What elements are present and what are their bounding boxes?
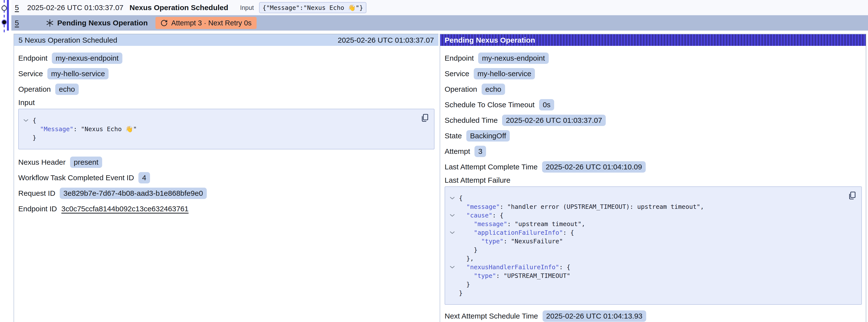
- field-value: my-hello-service: [48, 68, 108, 79]
- field-operation: Operationecho: [444, 82, 862, 97]
- json-line: "nexusHandlerFailureInfo": {: [448, 263, 846, 271]
- panel-body: Endpointmy-nexus-endpointServicemy-hello…: [14, 46, 438, 217]
- json-line: "applicationFailureInfo": {: [448, 228, 846, 237]
- copy-icon: [847, 191, 857, 201]
- field-label: Nexus Header: [18, 158, 66, 166]
- json-line: "message": "handler error (UPSTREAM_TIME…: [448, 202, 846, 211]
- json-line-text: "cause": {: [459, 212, 503, 219]
- field-request-id: Request ID3e829b7e-7d67-4b08-aad3-b1e868…: [18, 185, 434, 201]
- field-endpoint: Endpointmy-nexus-endpoint: [444, 50, 862, 66]
- field-value: 3e829b7e-7d67-4b08-aad3-b1e868bfe9e0: [60, 188, 207, 199]
- field-list-bottom: Nexus HeaderpresentWorkflow Task Complet…: [18, 154, 434, 217]
- timeline-marker-current-icon: [1, 20, 7, 25]
- field-value: my-nexus-endpoint: [52, 53, 122, 64]
- field-workflow-task-completed-event-id: Workflow Task Completed Event ID4: [18, 170, 434, 185]
- retry-icon: [160, 19, 168, 27]
- json-line: "cause": {: [448, 211, 846, 220]
- event-row-scheduled[interactable]: 5 2025-02-26 UTC 01:03:37.07 Nexus Opera…: [11, 0, 868, 15]
- collapse-chevron-icon[interactable]: [22, 119, 33, 122]
- field-label: Endpoint: [18, 54, 48, 62]
- json-lines: { "message": "handler error (UPSTREAM_TI…: [448, 194, 846, 297]
- json-line-text: "nexusHandlerFailureInfo": {: [459, 264, 570, 271]
- json-line: }: [448, 289, 846, 297]
- copy-button[interactable]: [847, 191, 857, 201]
- field-nexus-header: Nexus Headerpresent: [18, 154, 434, 170]
- panel-body: Endpointmy-nexus-endpointServicemy-hello…: [440, 46, 866, 322]
- input-json-viewer: { "Message": "Nexus Echo 👋"}: [18, 109, 434, 150]
- retry-badge: Attempt 3 · Next Retry 0s: [155, 17, 257, 29]
- field-value: BackingOff: [466, 130, 510, 141]
- panel-title: Pending Nexus Operation: [444, 36, 535, 44]
- field-service: Servicemy-hello-service: [18, 66, 434, 82]
- json-line: },: [448, 254, 846, 263]
- field-label: State: [444, 132, 462, 140]
- json-line-text: "applicationFailureInfo": {: [459, 229, 574, 236]
- collapse-chevron-icon[interactable]: [448, 214, 459, 217]
- collapse-chevron-icon[interactable]: [448, 231, 459, 234]
- selected-event-indicator-bar: [7, 0, 9, 31]
- field-label: Request ID: [18, 189, 55, 197]
- panel-timestamp: 2025-02-26 UTC 01:03:37.07: [338, 36, 434, 44]
- event-input-label: Input: [240, 4, 254, 11]
- field-state: StateBackingOff: [444, 128, 862, 143]
- collapse-chevron-icon[interactable]: [448, 266, 459, 269]
- json-line: {: [448, 194, 846, 202]
- json-line-text: }: [459, 281, 470, 288]
- event-title: Pending Nexus Operation: [57, 19, 148, 27]
- field-list-bottom: Next Attempt Schedule Time2025-02-26 UTC…: [444, 308, 862, 322]
- input-preview-chip: {"Message":"Nexus Echo 👋"}: [259, 2, 366, 13]
- field-label: Attempt: [444, 147, 470, 156]
- field-value: 0s: [539, 99, 554, 110]
- field-label: Schedule To Close Timeout: [444, 101, 535, 109]
- event-id-link[interactable]: 5: [15, 3, 19, 12]
- field-value: 2025-02-26 UTC 01:03:37.07: [502, 115, 606, 126]
- field-label: Next Attempt Schedule Time: [444, 312, 538, 320]
- field-value: 3: [474, 146, 486, 157]
- field-value: 2025-02-26 UTC 01:04:10.09: [542, 161, 646, 172]
- panel-header-scheduled: 5 Nexus Operation Scheduled 2025-02-26 U…: [14, 34, 438, 46]
- field-endpoint-id: Endpoint ID3c0c75ccfa8144b092c13ce632463…: [18, 201, 434, 217]
- field-attempt: Attempt3: [444, 143, 862, 159]
- event-id-link[interactable]: 5: [15, 19, 19, 27]
- field-value-link[interactable]: 3c0c75ccfa8144b092c13ce632463761: [61, 205, 188, 213]
- workflow-history-screen: 5 2025-02-26 UTC 01:03:37.07 Nexus Opera…: [0, 0, 868, 322]
- json-line-text: {: [459, 195, 463, 202]
- field-value: 4: [138, 172, 150, 184]
- field-value: echo: [482, 84, 505, 95]
- collapse-chevron-icon[interactable]: [448, 197, 459, 200]
- json-line: "type": "NexusFailure": [448, 237, 846, 246]
- json-line-text: }: [33, 134, 36, 141]
- timeline-dashed-line: [4, 0, 5, 34]
- field-value: 2025-02-26 UTC 01:04:13.93: [542, 311, 646, 322]
- failure-section-label: Last Attempt Failure: [444, 174, 862, 186]
- field-value: present: [70, 157, 102, 168]
- event-time: 2025-02-26 UTC 01:03:37.07: [27, 3, 123, 12]
- field-label: Endpoint ID: [18, 205, 57, 213]
- field-label: Service: [444, 69, 469, 78]
- json-line: "message": "upstream timeout",: [448, 220, 846, 228]
- event-title: Nexus Operation Scheduled: [129, 3, 228, 12]
- json-line: {: [22, 116, 419, 125]
- json-line: "Message": "Nexus Echo 👋": [22, 125, 419, 133]
- json-line-text: "message": "handler error (UPSTREAM_TIME…: [459, 203, 704, 210]
- failure-json-viewer: { "message": "handler error (UPSTREAM_TI…: [444, 186, 862, 305]
- json-line-text: "type": "UPSTREAM_TIMEOUT": [459, 272, 570, 279]
- json-line-text: },: [459, 255, 474, 262]
- json-lines: { "Message": "Nexus Echo 👋"}: [22, 116, 419, 142]
- field-label: Service: [18, 69, 43, 78]
- json-line-text: "message": "upstream timeout",: [459, 220, 585, 228]
- json-line-text: "Message": "Nexus Echo 👋": [33, 126, 137, 133]
- field-label: Scheduled Time: [444, 116, 498, 125]
- json-line: }: [448, 246, 846, 254]
- pending-star-icon: [45, 19, 54, 27]
- json-line-text: {: [33, 117, 36, 124]
- field-label: Workflow Task Completed Event ID: [18, 173, 134, 182]
- event-row-pending[interactable]: 5 Pending Nexus Operation Attempt 3 · Ne…: [11, 15, 868, 31]
- copy-button[interactable]: [420, 113, 430, 123]
- json-line-text: }: [459, 246, 477, 254]
- json-line: }: [22, 133, 419, 142]
- field-list-top: Endpointmy-nexus-endpointServicemy-hello…: [18, 50, 434, 97]
- retry-badge-label: Attempt 3 · Next Retry 0s: [171, 19, 252, 27]
- field-label: Endpoint: [444, 54, 474, 62]
- field-endpoint: Endpointmy-nexus-endpoint: [18, 50, 434, 66]
